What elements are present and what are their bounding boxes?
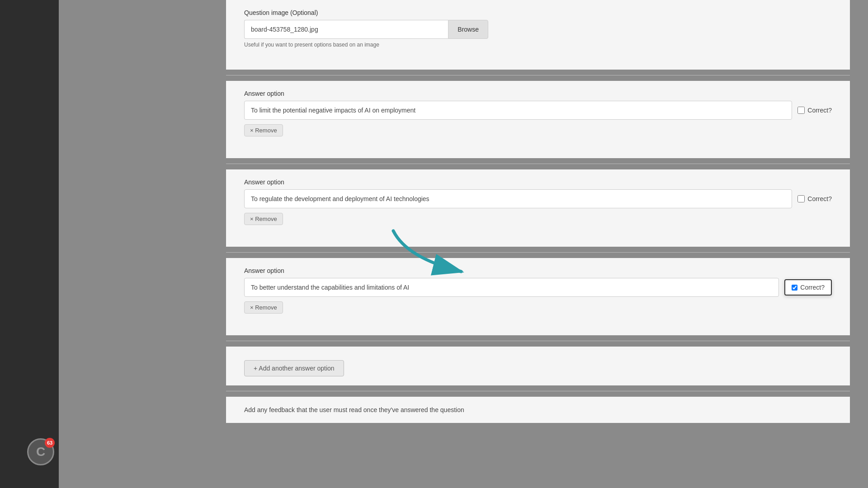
divider-1 xyxy=(226,75,850,75)
answer-input-3[interactable] xyxy=(244,278,779,297)
question-image-field: Question image (Optional) Browse Useful … xyxy=(244,9,832,48)
question-image-section: Question image (Optional) Browse Useful … xyxy=(226,0,850,70)
correct-label-1: Correct? xyxy=(807,107,832,114)
correct-checkbox-3[interactable] xyxy=(792,285,797,291)
answer-input-row-3: Correct? xyxy=(244,278,832,297)
notification-letter: C xyxy=(36,445,45,459)
answer-field-1: Answer option Correct? × Remove xyxy=(244,90,832,136)
answer-input-2[interactable] xyxy=(244,189,792,208)
correct-label-2: Correct? xyxy=(807,195,832,202)
main-content: Question image (Optional) Browse Useful … xyxy=(59,0,868,488)
feedback-section: Add any feedback that the user must read… xyxy=(226,397,850,423)
browse-button[interactable]: Browse xyxy=(448,20,488,39)
answer-option-section-1: Answer option Correct? × Remove xyxy=(226,81,850,158)
notification-circle[interactable]: C 63 xyxy=(27,438,54,465)
image-helper-text: Useful if you want to present options ba… xyxy=(244,42,832,48)
correct-highlight-box: Correct? xyxy=(784,279,832,296)
answer-option-section-2: Answer option Correct? × Remove xyxy=(226,169,850,247)
add-answer-button[interactable]: + Add another answer option xyxy=(244,360,344,376)
question-image-input[interactable] xyxy=(244,20,448,39)
divider-5 xyxy=(226,391,850,391)
answer-option-label-1: Answer option xyxy=(244,90,832,97)
divider-2 xyxy=(226,164,850,164)
answer-input-row-2: Correct? xyxy=(244,189,832,208)
file-input-row: Browse xyxy=(244,20,488,39)
correct-checkbox-1[interactable] xyxy=(797,107,805,114)
correct-checkbox-wrap-1: Correct? xyxy=(797,107,832,114)
answer-field-2: Answer option Correct? × Remove xyxy=(244,178,832,225)
content-area: Question image (Optional) Browse Useful … xyxy=(208,0,868,488)
left-sidebar xyxy=(0,0,59,488)
answer-input-row-1: Correct? xyxy=(244,101,832,120)
answer-field-3: Answer option Correct? × Remove xyxy=(244,267,832,314)
correct-checkbox-2[interactable] xyxy=(797,195,805,202)
answer-option-label-3: Answer option xyxy=(244,267,832,274)
question-image-label: Question image (Optional) xyxy=(244,9,832,16)
answer-option-label-2: Answer option xyxy=(244,178,832,186)
remove-button-2[interactable]: × Remove xyxy=(244,213,283,225)
correct-label-3: Correct? xyxy=(800,284,825,291)
feedback-hint-text: Add any feedback that the user must read… xyxy=(244,406,464,413)
notification-badge: 63 xyxy=(45,438,55,448)
divider-3 xyxy=(226,252,850,253)
remove-button-1[interactable]: × Remove xyxy=(244,124,283,136)
add-answer-section: + Add another answer option xyxy=(226,347,850,385)
notification-widget[interactable]: C 63 xyxy=(27,438,59,470)
divider-4 xyxy=(226,341,850,341)
correct-checkbox-wrap-2: Correct? xyxy=(797,195,832,202)
answer-input-1[interactable] xyxy=(244,101,792,120)
answer-option-section-3: Answer option Correct? × Remove xyxy=(226,258,850,335)
remove-button-3[interactable]: × Remove xyxy=(244,301,283,314)
